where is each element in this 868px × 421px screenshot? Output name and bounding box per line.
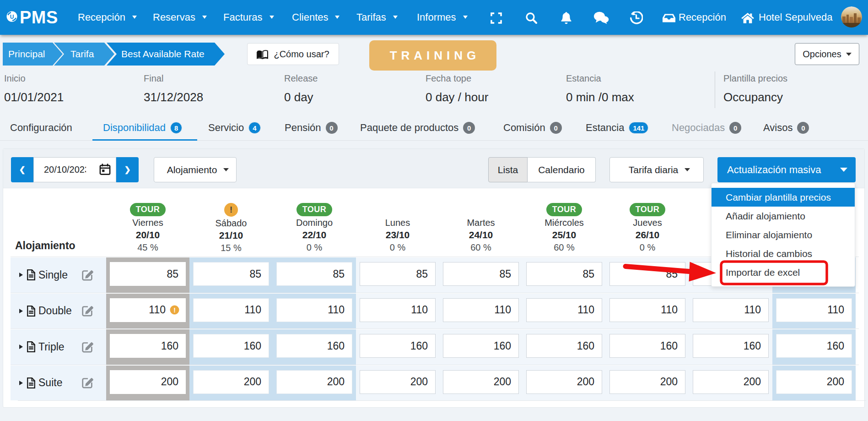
svg-text:!: ! (173, 306, 176, 314)
svg-text:U: U (10, 14, 14, 20)
